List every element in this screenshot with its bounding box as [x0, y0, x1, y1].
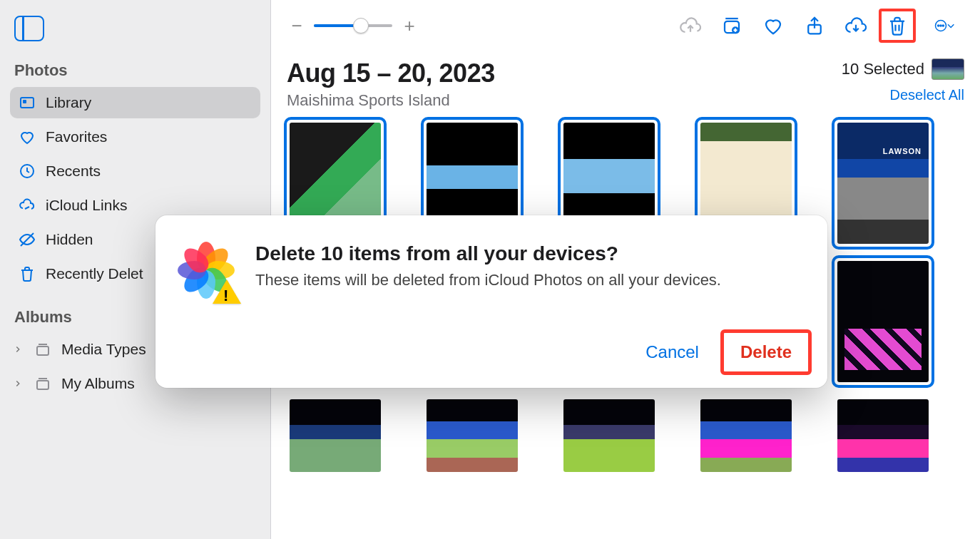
dialog-body: These items will be deleted from iCloud … [255, 271, 721, 289]
highlight-box [720, 329, 812, 375]
svg-point-12 [942, 25, 944, 26]
sidebar-item-recents[interactable]: Recents [10, 155, 260, 187]
stack-icon [34, 375, 51, 392]
zoom-slider-thumb[interactable] [353, 18, 369, 34]
sidebar-item-label: Media Types [61, 341, 146, 358]
svg-point-11 [940, 25, 941, 26]
svg-rect-0 [21, 98, 34, 108]
sidebar-item-library[interactable]: Library [10, 87, 260, 118]
deselect-all-button[interactable]: Deselect All [842, 87, 964, 103]
delete-button[interactable] [880, 11, 914, 40]
zoom-control: − + [290, 15, 417, 37]
sidebar-item-label: Favorites [46, 128, 107, 145]
svg-point-10 [938, 25, 939, 26]
toolbar: − + [271, 0, 980, 51]
photo-thumb[interactable] [698, 396, 795, 475]
photo-thumb[interactable] [424, 396, 521, 475]
selection-info: 10 Selected Deselect All [842, 58, 964, 103]
photo-image [837, 123, 929, 244]
photo-image [837, 399, 929, 472]
warning-triangle-icon [213, 279, 241, 304]
sidebar-item-favorites[interactable]: Favorites [10, 121, 260, 153]
photo-image [563, 399, 655, 472]
chevron-right-icon [13, 341, 23, 358]
highlight-box [879, 9, 916, 43]
page-subtitle: Maishima Sports Island [287, 91, 495, 110]
photo-thumb[interactable] [834, 258, 931, 385]
selection-thumb [931, 58, 964, 80]
more-button[interactable] [922, 11, 967, 40]
heart-icon [19, 128, 36, 145]
chevron-right-icon [13, 375, 23, 392]
clock-icon [19, 163, 36, 180]
svg-rect-1 [23, 100, 26, 103]
eye-off-icon [19, 231, 36, 248]
zoom-slider[interactable] [314, 24, 392, 27]
sidebar-item-label: My Albums [61, 375, 135, 392]
photo-image [290, 399, 381, 472]
photo-image [427, 399, 518, 472]
title-block: Aug 15 – 20, 2023 Maishima Sports Island [287, 58, 495, 110]
dialog-title: Delete 10 items from all your devices? [255, 242, 721, 265]
svg-rect-5 [37, 381, 49, 389]
confirm-delete-button[interactable]: Delete [725, 334, 807, 371]
sidebar-section-photos: Photos [14, 61, 256, 80]
upload-cloud-button[interactable] [673, 11, 708, 40]
selection-count: 10 Selected [842, 58, 964, 80]
cloud-link-icon [19, 197, 36, 214]
sidebar-toggle-button[interactable] [14, 16, 44, 41]
trash-icon [19, 265, 36, 282]
photo-thumb[interactable] [561, 396, 658, 475]
favorite-button[interactable] [756, 11, 790, 40]
svg-rect-4 [37, 346, 49, 355]
download-button[interactable] [839, 11, 873, 40]
selection-count-text: 10 Selected [842, 60, 924, 78]
photo-image [700, 399, 792, 472]
photo-thumb[interactable] [287, 396, 384, 475]
sidebar-item-label: iCloud Links [46, 197, 127, 214]
add-to-album-button[interactable] [715, 11, 749, 40]
share-button[interactable] [797, 11, 832, 40]
sidebar-item-label: Recents [46, 163, 101, 180]
zoom-in-button[interactable]: + [402, 15, 417, 37]
cancel-button[interactable]: Cancel [645, 342, 699, 362]
photos-app-warning-icon [175, 240, 237, 301]
sidebar-item-label: Hidden [46, 231, 93, 248]
sidebar-item-label: Library [46, 94, 91, 111]
photo-thumb[interactable] [834, 120, 931, 247]
header: Aug 15 – 20, 2023 Maishima Sports Island… [271, 51, 980, 110]
sidebar-item-label: Recently Delet [46, 265, 143, 282]
delete-confirm-dialog: Delete 10 items from all your devices? T… [155, 215, 827, 388]
page-title: Aug 15 – 20, 2023 [287, 58, 495, 88]
photo-image [837, 261, 929, 382]
stack-icon [34, 341, 51, 358]
app-window: Photos Library Favorites Recents [0, 0, 980, 539]
photo-thumb[interactable] [834, 396, 931, 475]
library-icon [19, 94, 36, 111]
zoom-out-button[interactable]: − [290, 15, 304, 37]
